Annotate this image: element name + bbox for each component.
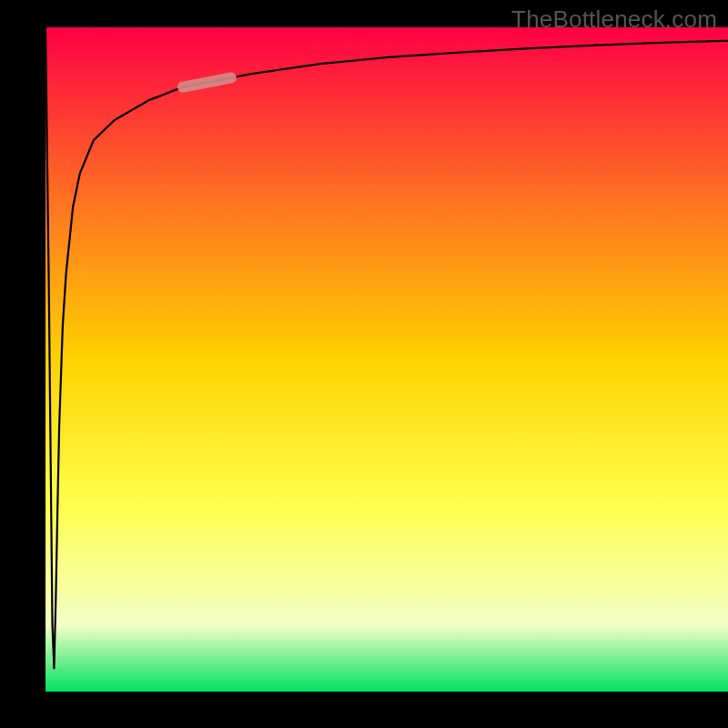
- plot-area: [46, 27, 728, 692]
- chart-svg: [46, 27, 728, 692]
- gradient-background: [46, 27, 728, 692]
- chart-frame: TheBottleneck.com: [0, 0, 728, 728]
